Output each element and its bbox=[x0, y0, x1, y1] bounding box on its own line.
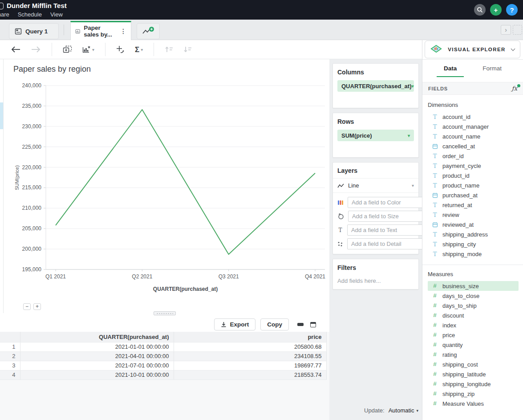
add-chart-icon bbox=[142, 26, 155, 36]
menu-view[interactable]: View bbox=[50, 11, 63, 18]
field-label: rating bbox=[442, 351, 457, 358]
sort-ascending-button[interactable] bbox=[165, 46, 174, 53]
layer-slot-input[interactable] bbox=[348, 211, 434, 222]
field-item-dimension[interactable]: Treturned_at bbox=[428, 200, 519, 210]
rows-pill[interactable]: SUM(price) ▾ bbox=[337, 130, 414, 141]
field-item-dimension[interactable]: Tshipping_mode bbox=[428, 249, 519, 259]
swap-axes-button[interactable] bbox=[116, 45, 125, 54]
visual-explorer-title: VISUAL EXPLORER bbox=[446, 47, 508, 52]
tab-format[interactable]: Format bbox=[475, 65, 509, 77]
add-layer-button[interactable] bbox=[63, 45, 72, 53]
number-icon: # bbox=[432, 332, 438, 338]
field-item-measure[interactable]: #Measure Values bbox=[428, 399, 519, 408]
field-item-dimension[interactable]: Treview bbox=[428, 210, 519, 220]
collapsed-panel-strip[interactable] bbox=[0, 59, 4, 313]
table-row[interactable]: 12021-01-01 00:00:00205800.68 bbox=[0, 342, 326, 351]
remove-chart-button[interactable]: ▾ bbox=[82, 45, 94, 53]
field-item-measure[interactable]: #shipping_longitude bbox=[428, 379, 519, 389]
field-item-measure[interactable]: #days_to_close bbox=[428, 291, 519, 301]
splitter-handle[interactable] bbox=[154, 311, 176, 315]
table-cell: 2021-04-01 00:00:00 bbox=[20, 351, 174, 361]
tab-overflow-button[interactable]: › bbox=[501, 25, 511, 35]
field-item-dimension[interactable]: Tpayment_cycle bbox=[428, 161, 519, 171]
field-item-dimension[interactable]: cancelled_at bbox=[428, 141, 519, 151]
field-item-dimension[interactable]: reviewed_at bbox=[428, 220, 519, 229]
menu-schedule[interactable]: Schedule bbox=[18, 11, 42, 18]
chart-remove-icon bbox=[82, 45, 91, 53]
add-chart-tab-button[interactable] bbox=[137, 23, 160, 39]
layer-slot-input[interactable] bbox=[348, 197, 434, 208]
help-button[interactable]: ? bbox=[506, 4, 518, 16]
field-item-dimension[interactable]: Tproduct_id bbox=[428, 171, 519, 180]
field-item-measure[interactable]: #days_to_ship bbox=[428, 301, 519, 310]
field-item-dimension[interactable]: Tshipping_address bbox=[428, 229, 519, 239]
add-calculated-field-icon[interactable]: ƒx bbox=[512, 85, 517, 92]
visual-explorer-select[interactable]: VISUAL EXPLORER bbox=[425, 41, 520, 58]
results-panel: Export Copy QUARTER(purchased_at)price 1… bbox=[0, 317, 329, 420]
number-icon: # bbox=[432, 322, 438, 328]
table-row[interactable]: 22021-04-01 00:00:00234108.55 bbox=[0, 351, 326, 361]
filters-drop-zone[interactable]: Add fields here... bbox=[337, 277, 414, 284]
table-toolbar: Export Copy bbox=[0, 317, 329, 332]
field-item-dimension[interactable]: purchased_at bbox=[428, 190, 519, 200]
layer-slot-input[interactable] bbox=[347, 224, 434, 236]
copy-button[interactable]: Copy bbox=[260, 318, 289, 330]
field-label: product_id bbox=[442, 172, 470, 179]
column-header[interactable]: price bbox=[174, 332, 326, 342]
field-item-dimension[interactable]: Taccount_id bbox=[428, 112, 519, 122]
tab-data[interactable]: Data bbox=[437, 65, 464, 77]
tab-paper-sales[interactable]: Paper sales by... ⋮ bbox=[70, 21, 131, 40]
panel-tabs: Data Format bbox=[422, 65, 523, 77]
export-button[interactable]: Export bbox=[214, 318, 255, 330]
column-header[interactable]: QUARTER(purchased_at) bbox=[20, 332, 174, 342]
field-item-measure[interactable]: #business_size bbox=[428, 281, 519, 291]
layer-slot-input[interactable] bbox=[347, 238, 434, 249]
text-type-icon: T bbox=[432, 232, 438, 237]
field-item-measure[interactable]: #price bbox=[428, 330, 519, 340]
field-item-dimension[interactable]: Taccount_name bbox=[428, 131, 519, 141]
minimize-panel-icon[interactable] bbox=[297, 323, 304, 326]
field-item-measure[interactable]: #discount bbox=[428, 310, 519, 320]
columns-shelf: Columns QUARTER(purchased_at) ▾ bbox=[332, 63, 419, 108]
field-label: shipping_city bbox=[442, 241, 476, 248]
menu-share[interactable]: Share bbox=[0, 11, 9, 18]
zoom-in-button[interactable]: + bbox=[33, 303, 41, 310]
field-item-measure[interactable]: #shipping_latitude bbox=[428, 369, 519, 379]
chevron-down-icon[interactable]: ▾ bbox=[408, 133, 410, 138]
maximize-panel-icon[interactable] bbox=[310, 322, 316, 327]
field-item-dimension[interactable]: Torder_id bbox=[428, 151, 519, 161]
line-chart[interactable]: 240,000235,000230,000225,000220,000215,0… bbox=[4, 79, 328, 293]
layer-slot bbox=[337, 211, 414, 222]
field-item-measure[interactable]: #rating bbox=[428, 350, 519, 359]
zoom-out-button[interactable]: − bbox=[23, 303, 31, 310]
chevron-down-icon[interactable]: ▾ bbox=[411, 84, 414, 89]
field-item-measure[interactable]: #index bbox=[428, 320, 519, 330]
columns-pill[interactable]: QUARTER(purchased_at) ▾ bbox=[337, 80, 414, 92]
tab-query-1[interactable]: Query 1 bbox=[9, 23, 59, 39]
field-label: discount bbox=[442, 312, 464, 319]
column-header[interactable] bbox=[0, 332, 20, 342]
undo-button[interactable] bbox=[11, 46, 21, 53]
update-control: Update: Automatic ▾ bbox=[329, 407, 418, 414]
field-item-dimension[interactable]: Tshipping_city bbox=[428, 239, 519, 249]
tab-menu-icon[interactable]: ⋮ bbox=[120, 28, 126, 35]
field-item-measure[interactable]: #shipping_cost bbox=[428, 359, 519, 369]
add-button[interactable]: + bbox=[490, 4, 502, 16]
layer-type-select[interactable]: Line ▾ bbox=[333, 179, 418, 193]
field-item-measure[interactable]: #shipping_zip bbox=[428, 389, 519, 399]
search-button[interactable] bbox=[474, 4, 486, 16]
field-item-measure[interactable]: #quantity bbox=[428, 340, 519, 350]
field-label: payment_cycle bbox=[442, 163, 481, 169]
row-number-cell: 2 bbox=[0, 351, 20, 361]
row-number-cell: 1 bbox=[0, 342, 20, 351]
aggregate-button[interactable]: Σ ▾ bbox=[135, 46, 143, 53]
field-item-dimension[interactable]: Taccount_manager bbox=[428, 122, 519, 131]
table-row[interactable]: 42021-10-01 00:00:00218553.74 bbox=[0, 370, 326, 379]
field-item-dimension[interactable]: Tproduct_name bbox=[428, 180, 519, 190]
table-row[interactable]: 32021-07-01 00:00:00198697.77 bbox=[0, 361, 326, 370]
svg-text:205,000: 205,000 bbox=[22, 225, 42, 232]
redo-button[interactable] bbox=[31, 46, 41, 53]
sort-descending-button[interactable] bbox=[183, 46, 192, 53]
back-arrow-icon bbox=[11, 46, 21, 53]
update-mode-select[interactable]: Automatic ▾ bbox=[389, 407, 418, 414]
